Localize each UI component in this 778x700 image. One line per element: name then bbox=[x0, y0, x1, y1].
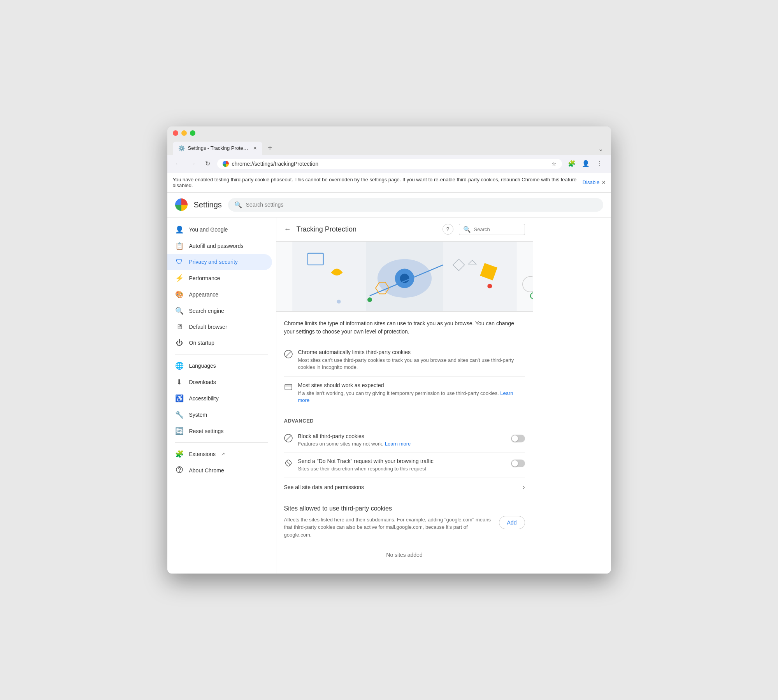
dnt-toggle[interactable] bbox=[511, 460, 525, 467]
sidebar-label-autofill: Autofill and passwords bbox=[189, 243, 244, 249]
settings-search-input[interactable] bbox=[246, 202, 597, 208]
close-button[interactable] bbox=[173, 130, 178, 136]
svg-rect-22 bbox=[285, 384, 292, 390]
tracking-search-box[interactable]: 🔍 bbox=[459, 224, 525, 235]
sidebar-item-languages[interactable]: 🌐 Languages bbox=[167, 358, 272, 374]
new-tab-button[interactable]: + bbox=[264, 141, 276, 155]
sidebar-item-about[interactable]: About Chrome bbox=[167, 462, 272, 479]
tracking-search-input[interactable] bbox=[474, 226, 521, 232]
menu-button[interactable]: ⋮ bbox=[594, 158, 606, 170]
sidebar-label-on-startup: On startup bbox=[189, 340, 214, 346]
sidebar-label-languages: Languages bbox=[189, 363, 216, 369]
svg-rect-4 bbox=[443, 242, 516, 311]
back-button[interactable]: ← bbox=[173, 158, 184, 169]
see-all-row[interactable]: See all site data and permissions › bbox=[284, 477, 525, 497]
sites-add-row: Affects the sites listed here and their … bbox=[284, 516, 525, 544]
refresh-button[interactable]: ↻ bbox=[202, 158, 213, 169]
cookie-block-icon bbox=[284, 350, 293, 360]
banner-close-button[interactable]: × bbox=[602, 179, 605, 186]
svg-line-26 bbox=[287, 461, 290, 465]
option-auto-desc: Most sites can't use third-party cookies… bbox=[298, 357, 525, 371]
settings-search-box[interactable]: 🔍 bbox=[228, 198, 603, 212]
svg-rect-2 bbox=[292, 242, 366, 311]
svg-line-25 bbox=[286, 435, 291, 441]
address-text: chrome://settings/trackingProtection bbox=[232, 161, 548, 167]
tracking-protection-header: ← Tracking Protection ? 🔍 bbox=[276, 218, 533, 242]
extensions-button[interactable]: 🧩 bbox=[566, 158, 578, 170]
help-button[interactable]: ? bbox=[443, 224, 453, 235]
block-all-title: Block all third-party cookies bbox=[298, 433, 506, 439]
sidebar-label-system: System bbox=[189, 412, 207, 418]
address-bar[interactable]: chrome://settings/trackingProtection ☆ bbox=[217, 159, 562, 169]
extensions-sidebar-icon: 🧩 bbox=[175, 450, 184, 458]
active-tab[interactable]: ⚙️ Settings - Tracking Protectio... × bbox=[173, 142, 262, 155]
search-icon: 🔍 bbox=[234, 201, 242, 209]
block-cookies-icon bbox=[284, 434, 293, 444]
forward-button[interactable]: → bbox=[188, 158, 198, 169]
system-icon: 🔧 bbox=[175, 411, 184, 419]
sidebar-label-appearance: Appearance bbox=[189, 291, 219, 298]
block-learn-more-link[interactable]: Learn more bbox=[385, 441, 411, 447]
sidebar-item-appearance[interactable]: 🎨 Appearance bbox=[167, 286, 272, 303]
no-sites-text: No sites added bbox=[284, 544, 525, 566]
sidebar-item-search-engine[interactable]: 🔍 Search engine bbox=[167, 303, 272, 319]
sidebar-label-accessibility: Accessibility bbox=[189, 395, 219, 402]
block-all-desc: Features on some sites may not work. Lea… bbox=[298, 441, 506, 447]
sidebar-item-autofill[interactable]: 📋 Autofill and passwords bbox=[167, 238, 272, 254]
sites-work-icon bbox=[284, 383, 293, 393]
sidebar-item-accessibility[interactable]: ♿ Accessibility bbox=[167, 390, 272, 407]
person-icon: 👤 bbox=[175, 225, 184, 234]
sidebar-item-you-and-google[interactable]: 👤 You and Google bbox=[167, 221, 272, 238]
site-icon bbox=[223, 161, 229, 167]
navigation-bar: ← → ↻ chrome://settings/trackingProtecti… bbox=[167, 155, 611, 173]
sidebar-label-privacy: Privacy and security bbox=[189, 259, 238, 265]
tab-close-button[interactable]: × bbox=[253, 145, 257, 152]
external-link-icon: ↗ bbox=[221, 451, 225, 457]
sidebar-item-extensions[interactable]: 🧩 Extensions ↗ bbox=[167, 446, 272, 462]
dnt-content: Send a "Do Not Track" request with your … bbox=[298, 458, 506, 472]
dnt-title: Send a "Do Not Track" request with your … bbox=[298, 458, 506, 464]
right-panel bbox=[533, 218, 611, 574]
sites-desc-text: Affects the sites listed here and their … bbox=[284, 516, 493, 544]
dnt-option: Send a "Do Not Track" request with your … bbox=[284, 453, 525, 477]
sidebar-divider-1 bbox=[175, 354, 268, 354]
sidebar-item-reset[interactable]: 🔄 Reset settings bbox=[167, 423, 272, 439]
sidebar-label-you-and-google: You and Google bbox=[189, 226, 228, 233]
browser-icon: 🖥 bbox=[175, 323, 184, 331]
sidebar-item-default-browser[interactable]: 🖥 Default browser bbox=[167, 319, 272, 335]
minimize-button[interactable] bbox=[181, 130, 187, 136]
languages-icon: 🌐 bbox=[175, 361, 184, 370]
sidebar-item-on-startup[interactable]: ⏻ On startup bbox=[167, 335, 272, 351]
accessibility-icon: ♿ bbox=[175, 394, 184, 403]
block-all-toggle[interactable] bbox=[511, 435, 525, 442]
sidebar-item-performance[interactable]: ⚡ Performance bbox=[167, 270, 272, 286]
settings-header: Settings 🔍 bbox=[167, 193, 611, 218]
downloads-icon: ⬇ bbox=[175, 378, 184, 386]
search-engine-icon: 🔍 bbox=[175, 307, 184, 315]
settings-body: 👤 You and Google 📋 Autofill and password… bbox=[167, 218, 611, 574]
maximize-button[interactable] bbox=[190, 130, 195, 136]
option-sites-work-content: Most sites should work as expected If a … bbox=[298, 382, 525, 404]
tracking-protection-title: Tracking Protection bbox=[297, 225, 437, 233]
tab-title-text: Settings - Tracking Protectio... bbox=[188, 145, 250, 151]
tracking-back-button[interactable]: ← bbox=[284, 225, 291, 233]
advanced-section-header: Advanced bbox=[284, 418, 525, 424]
sidebar-label-reset: Reset settings bbox=[189, 428, 224, 434]
sidebar-item-privacy[interactable]: 🛡 Privacy and security bbox=[167, 254, 272, 270]
tracking-panel: ← Tracking Protection ? 🔍 bbox=[276, 218, 533, 574]
settings-page: Settings 🔍 👤 You and Google 📋 Autofill a… bbox=[167, 193, 611, 574]
appearance-icon: 🎨 bbox=[175, 290, 184, 299]
settings-title: Settings bbox=[194, 200, 222, 209]
add-site-button[interactable]: Add bbox=[499, 516, 525, 529]
sidebar-item-system[interactable]: 🔧 System bbox=[167, 407, 272, 423]
star-icon[interactable]: ☆ bbox=[551, 161, 557, 167]
autofill-icon: 📋 bbox=[175, 242, 184, 250]
svg-point-17 bbox=[487, 284, 492, 288]
tracking-search-icon: 🔍 bbox=[463, 226, 471, 233]
banner-disable-link[interactable]: Disable bbox=[583, 179, 599, 185]
sidebar-item-downloads[interactable]: ⬇ Downloads bbox=[167, 374, 272, 390]
dnt-desc: Sites use their discretion when respondi… bbox=[298, 466, 506, 472]
window-controls[interactable]: ⌄ bbox=[596, 143, 606, 155]
svg-point-14 bbox=[367, 297, 372, 302]
profile-button[interactable]: 👤 bbox=[580, 158, 592, 170]
